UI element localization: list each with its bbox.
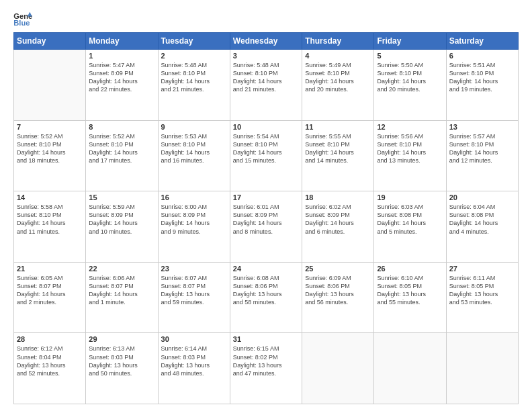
calendar-cell: 9Sunrise: 5:53 AMSunset: 8:10 PMDaylight… — [158, 120, 230, 191]
calendar-cell: 26Sunrise: 6:10 AMSunset: 8:05 PMDayligh… — [374, 262, 446, 333]
day-info: Sunrise: 6:04 AMSunset: 8:08 PMDaylight:… — [449, 203, 515, 236]
logo-icon: General Blue — [13, 11, 32, 27]
day-info: Sunrise: 6:00 AMSunset: 8:09 PMDaylight:… — [161, 203, 227, 236]
day-info: Sunrise: 6:09 AMSunset: 8:06 PMDaylight:… — [305, 274, 371, 307]
day-number: 22 — [89, 265, 154, 273]
calendar-cell: 20Sunrise: 6:04 AMSunset: 8:08 PMDayligh… — [446, 191, 518, 263]
day-info: Sunrise: 5:47 AMSunset: 8:09 PMDaylight:… — [89, 61, 154, 94]
day-info: Sunrise: 5:48 AMSunset: 8:10 PMDaylight:… — [161, 61, 227, 94]
logo: General Blue — [13, 11, 35, 27]
day-number: 30 — [161, 335, 227, 343]
day-number: 31 — [233, 335, 299, 343]
calendar-cell: 5Sunrise: 5:50 AMSunset: 8:10 PMDaylight… — [374, 50, 446, 121]
day-number: 16 — [161, 193, 227, 201]
day-info: Sunrise: 5:48 AMSunset: 8:10 PMDaylight:… — [233, 61, 299, 94]
page: General Blue SundayMondayTuesdayWednesda… — [0, 0, 532, 411]
day-info: Sunrise: 5:57 AMSunset: 8:10 PMDaylight:… — [449, 132, 515, 165]
day-info: Sunrise: 6:05 AMSunset: 8:07 PMDaylight:… — [17, 274, 83, 307]
calendar-cell: 19Sunrise: 6:03 AMSunset: 8:08 PMDayligh… — [374, 191, 446, 263]
day-info: Sunrise: 5:56 AMSunset: 8:10 PMDaylight:… — [377, 132, 443, 165]
weekday-header-saturday: Saturday — [446, 33, 518, 50]
week-row-1: 1Sunrise: 5:47 AMSunset: 8:09 PMDaylight… — [14, 50, 519, 121]
weekday-header-tuesday: Tuesday — [158, 33, 230, 50]
calendar-cell: 2Sunrise: 5:48 AMSunset: 8:10 PMDaylight… — [158, 50, 230, 121]
day-info: Sunrise: 6:15 AMSunset: 8:02 PMDaylight:… — [233, 345, 299, 377]
day-number: 21 — [17, 265, 83, 273]
week-row-5: 28Sunrise: 6:12 AMSunset: 8:04 PMDayligh… — [14, 333, 519, 404]
weekday-header-thursday: Thursday — [302, 33, 374, 50]
calendar-cell — [446, 333, 518, 404]
day-info: Sunrise: 5:59 AMSunset: 8:09 PMDaylight:… — [89, 203, 154, 236]
calendar-cell — [302, 333, 374, 404]
day-info: Sunrise: 6:14 AMSunset: 8:03 PMDaylight:… — [161, 345, 227, 377]
svg-text:Blue: Blue — [13, 19, 30, 27]
calendar-cell: 21Sunrise: 6:05 AMSunset: 8:07 PMDayligh… — [14, 262, 86, 333]
day-info: Sunrise: 5:58 AMSunset: 8:10 PMDaylight:… — [17, 203, 83, 236]
header: General Blue — [13, 11, 519, 27]
day-number: 24 — [233, 265, 299, 273]
day-number: 9 — [161, 123, 227, 131]
day-number: 20 — [449, 193, 515, 201]
day-number: 26 — [377, 265, 443, 273]
calendar-cell: 16Sunrise: 6:00 AMSunset: 8:09 PMDayligh… — [158, 191, 230, 263]
calendar-cell: 29Sunrise: 6:13 AMSunset: 8:03 PMDayligh… — [86, 333, 158, 404]
calendar-cell: 7Sunrise: 5:52 AMSunset: 8:10 PMDaylight… — [14, 120, 86, 191]
calendar-cell — [374, 333, 446, 404]
day-number: 18 — [305, 193, 371, 201]
calendar-cell: 15Sunrise: 5:59 AMSunset: 8:09 PMDayligh… — [86, 191, 158, 263]
calendar-cell: 3Sunrise: 5:48 AMSunset: 8:10 PMDaylight… — [230, 50, 302, 121]
day-info: Sunrise: 5:52 AMSunset: 8:10 PMDaylight:… — [17, 132, 83, 165]
calendar-cell: 11Sunrise: 5:55 AMSunset: 8:10 PMDayligh… — [302, 120, 374, 191]
day-number: 3 — [233, 52, 299, 60]
calendar-cell: 18Sunrise: 6:02 AMSunset: 8:09 PMDayligh… — [302, 191, 374, 263]
day-number: 7 — [17, 123, 83, 131]
calendar-cell: 28Sunrise: 6:12 AMSunset: 8:04 PMDayligh… — [14, 333, 86, 404]
calendar-cell — [14, 50, 86, 121]
calendar-cell: 8Sunrise: 5:52 AMSunset: 8:10 PMDaylight… — [86, 120, 158, 191]
day-info: Sunrise: 6:06 AMSunset: 8:07 PMDaylight:… — [89, 274, 154, 307]
day-info: Sunrise: 5:54 AMSunset: 8:10 PMDaylight:… — [233, 132, 299, 165]
day-info: Sunrise: 5:52 AMSunset: 8:10 PMDaylight:… — [89, 132, 154, 165]
day-info: Sunrise: 5:53 AMSunset: 8:10 PMDaylight:… — [161, 132, 227, 165]
day-number: 28 — [17, 335, 83, 343]
day-info: Sunrise: 5:55 AMSunset: 8:10 PMDaylight:… — [305, 132, 371, 165]
week-row-2: 7Sunrise: 5:52 AMSunset: 8:10 PMDaylight… — [14, 120, 519, 191]
calendar-cell: 24Sunrise: 6:08 AMSunset: 8:06 PMDayligh… — [230, 262, 302, 333]
day-info: Sunrise: 6:12 AMSunset: 8:04 PMDaylight:… — [17, 345, 83, 377]
day-number: 13 — [449, 123, 515, 131]
weekday-header-monday: Monday — [86, 33, 158, 50]
day-number: 23 — [161, 265, 227, 273]
day-info: Sunrise: 6:01 AMSunset: 8:09 PMDaylight:… — [233, 203, 299, 236]
day-number: 12 — [377, 123, 443, 131]
day-info: Sunrise: 6:11 AMSunset: 8:05 PMDaylight:… — [449, 274, 515, 307]
calendar-cell: 10Sunrise: 5:54 AMSunset: 8:10 PMDayligh… — [230, 120, 302, 191]
calendar-cell: 4Sunrise: 5:49 AMSunset: 8:10 PMDaylight… — [302, 50, 374, 121]
day-number: 29 — [89, 335, 154, 343]
day-number: 19 — [377, 193, 443, 201]
day-number: 27 — [449, 265, 515, 273]
day-info: Sunrise: 6:02 AMSunset: 8:09 PMDaylight:… — [305, 203, 371, 236]
day-number: 2 — [161, 52, 227, 60]
calendar-cell: 23Sunrise: 6:07 AMSunset: 8:07 PMDayligh… — [158, 262, 230, 333]
day-number: 5 — [377, 52, 443, 60]
day-info: Sunrise: 6:13 AMSunset: 8:03 PMDaylight:… — [89, 345, 154, 377]
day-number: 25 — [305, 265, 371, 273]
weekday-header-friday: Friday — [374, 33, 446, 50]
day-number: 6 — [449, 52, 515, 60]
calendar-cell: 13Sunrise: 5:57 AMSunset: 8:10 PMDayligh… — [446, 120, 518, 191]
day-info: Sunrise: 5:49 AMSunset: 8:10 PMDaylight:… — [305, 61, 371, 94]
calendar-cell: 27Sunrise: 6:11 AMSunset: 8:05 PMDayligh… — [446, 262, 518, 333]
calendar-cell: 17Sunrise: 6:01 AMSunset: 8:09 PMDayligh… — [230, 191, 302, 263]
day-info: Sunrise: 6:10 AMSunset: 8:05 PMDaylight:… — [377, 274, 443, 307]
day-number: 14 — [17, 193, 83, 201]
day-info: Sunrise: 6:03 AMSunset: 8:08 PMDaylight:… — [377, 203, 443, 236]
day-number: 15 — [89, 193, 154, 201]
calendar-cell: 30Sunrise: 6:14 AMSunset: 8:03 PMDayligh… — [158, 333, 230, 404]
day-info: Sunrise: 5:51 AMSunset: 8:10 PMDaylight:… — [449, 61, 515, 94]
calendar-table: SundayMondayTuesdayWednesdayThursdayFrid… — [13, 32, 519, 404]
day-number: 1 — [89, 52, 154, 60]
week-row-4: 21Sunrise: 6:05 AMSunset: 8:07 PMDayligh… — [14, 262, 519, 333]
calendar-cell: 1Sunrise: 5:47 AMSunset: 8:09 PMDaylight… — [86, 50, 158, 121]
day-info: Sunrise: 5:50 AMSunset: 8:10 PMDaylight:… — [377, 61, 443, 94]
day-number: 10 — [233, 123, 299, 131]
